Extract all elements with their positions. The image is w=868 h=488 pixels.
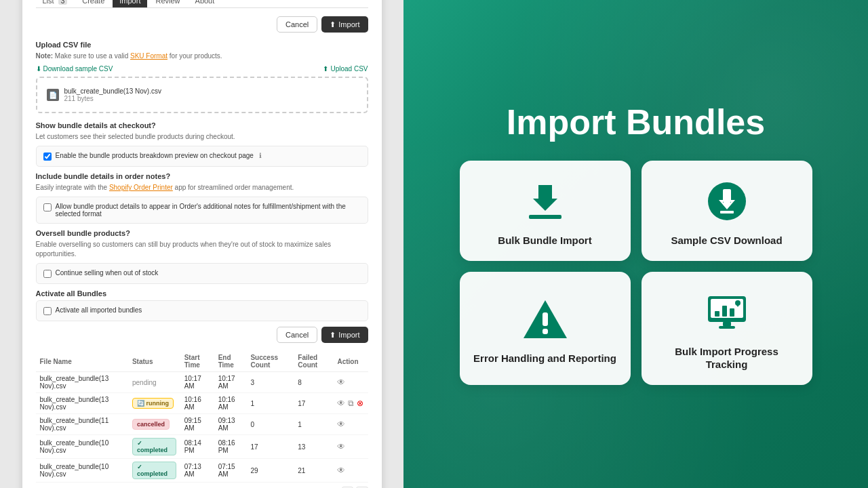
checkout-desc: Let customers see their selected bundle …: [36, 132, 368, 142]
cell-start: 09:15 AM: [180, 414, 214, 435]
order-notes-section: Include bundle details in order notes? E…: [36, 172, 368, 224]
feature-card-sample-csv-download[interactable]: Sample CSV Download: [642, 161, 812, 261]
feature-card-progress-tracking[interactable]: Bulk Import Progress Tracking: [642, 272, 812, 385]
svg-rect-11: [723, 322, 731, 326]
order-notes-checkbox[interactable]: [43, 203, 52, 211]
table-row: bulk_create_bundle(10 Nov).csv ✓ complet…: [36, 459, 368, 483]
col-failed: Failed Count: [294, 351, 333, 372]
oversell-checkbox[interactable]: [43, 270, 52, 278]
tab-about[interactable]: About: [189, 0, 222, 7]
cell-success: 29: [246, 459, 294, 483]
checkout-section: Show bundle details at checkout? Let cus…: [36, 121, 368, 167]
left-panel: Bundle > Import List 3 Create Import Rev…: [0, 0, 403, 488]
copy-icon[interactable]: ⧉: [348, 399, 354, 408]
activate-checkbox[interactable]: [43, 307, 52, 315]
sample-csv-download-label: Sample CSV Download: [671, 234, 782, 247]
cell-end: 08:16 PM: [214, 435, 247, 459]
import-icon-footer: ⬆: [330, 331, 336, 340]
col-start: Start Time: [180, 351, 214, 372]
cell-end: 10:16 AM: [214, 393, 247, 414]
cancel-button[interactable]: Cancel: [277, 16, 317, 33]
cell-status: pending: [128, 372, 180, 393]
import-table: File Name Status Start Time End Time Suc…: [36, 351, 368, 483]
cell-end: 10:17 AM: [214, 372, 247, 393]
tab-bar: List 3 Create Import Review About: [36, 0, 368, 8]
cell-success: 0: [246, 414, 294, 435]
cell-failed: 17: [294, 393, 333, 414]
right-panel: Import Bundles Bulk Bundle Import: [403, 0, 868, 488]
view-icon[interactable]: 👁: [337, 420, 345, 429]
svg-rect-7: [542, 312, 548, 326]
cell-failed: 8: [294, 372, 333, 393]
view-icon[interactable]: 👁: [337, 399, 345, 408]
file-size: 211 bytes: [64, 95, 161, 102]
activate-title: Activate all Bundles: [36, 289, 368, 298]
activate-option[interactable]: Activate all imported bundles: [43, 306, 361, 315]
cell-action: 👁: [333, 414, 368, 435]
upload-csv-link[interactable]: ⬆ Upload CSV: [323, 65, 368, 73]
file-download-icon: [703, 177, 751, 226]
oversell-option[interactable]: Continue selling when out of stock: [43, 269, 361, 278]
feature-card-error-handling[interactable]: Error Handling and Reporting: [460, 272, 631, 385]
svg-marker-1: [533, 185, 557, 211]
status-badge: 🔄 running: [132, 398, 174, 409]
view-icon[interactable]: 👁: [337, 466, 345, 475]
oversell-title: Oversell bundle products?: [36, 229, 368, 237]
tab-list[interactable]: List 3: [36, 0, 75, 7]
sku-format-link[interactable]: SKU Format: [130, 52, 167, 60]
feature-card-bulk-bundle-import[interactable]: Bulk Bundle Import: [460, 161, 631, 261]
hero-title: Import Bundles: [507, 103, 765, 142]
col-action: Action: [333, 351, 368, 372]
table-row: bulk_create_bundle(11 Nov).csv cancelled…: [36, 414, 368, 435]
app-window: Bundle > Import List 3 Create Import Rev…: [22, 0, 382, 488]
cell-action: 👁: [333, 459, 368, 483]
download-csv-link[interactable]: ⬇ Download sample CSV: [36, 65, 113, 73]
tab-create[interactable]: Create: [75, 0, 111, 7]
cell-action: 👁: [333, 372, 368, 393]
cell-end: 09:13 AM: [214, 414, 247, 435]
activate-section: Activate all Bundles Activate all import…: [36, 289, 368, 321]
cell-status: 🔄 running: [128, 393, 180, 414]
download-tray-icon: [521, 177, 570, 226]
cancel-button-footer[interactable]: Cancel: [277, 327, 317, 343]
view-icon[interactable]: 👁: [337, 442, 345, 451]
svg-rect-8: [542, 329, 548, 334]
cell-success: 1: [246, 393, 294, 414]
svg-rect-15: [730, 308, 734, 317]
cell-success: 17: [246, 435, 294, 459]
order-notes-desc: Easily integrate with the Shopify Order …: [36, 183, 368, 192]
cell-filename: bulk_create_bundle(13 Nov).csv: [36, 393, 128, 414]
tab-import[interactable]: Import: [113, 0, 147, 7]
checkout-title: Show bundle details at checkout?: [36, 121, 368, 129]
stop-icon[interactable]: ⊗: [357, 399, 363, 408]
upload-drop-zone[interactable]: 📄 bulk_create_bundle(13 Nov).csv 211 byt…: [36, 77, 368, 113]
import-button-footer[interactable]: ⬆ Import: [321, 327, 368, 343]
tab-review[interactable]: Review: [149, 0, 186, 7]
svg-rect-0: [529, 215, 561, 219]
cell-start: 08:14 PM: [180, 435, 214, 459]
footer-actions: Cancel ⬆ Import: [36, 327, 368, 343]
cell-start: 10:16 AM: [180, 393, 214, 414]
view-icon[interactable]: 👁: [337, 378, 345, 387]
col-filename: File Name: [36, 351, 128, 372]
svg-rect-14: [722, 306, 727, 317]
cell-action: 👁: [333, 435, 368, 459]
cell-start: 07:13 AM: [180, 459, 214, 483]
table-row: bulk_create_bundle(13 Nov).csv 🔄 running…: [36, 393, 368, 414]
col-success: Success Count: [246, 351, 294, 372]
oversell-desc: Enable overselling so customers can stil…: [36, 240, 368, 259]
bulk-bundle-import-label: Bulk Bundle Import: [498, 234, 591, 247]
checkout-option[interactable]: Enable the bundle products breakdown pre…: [43, 152, 361, 161]
order-printer-link[interactable]: Shopify Order Printer: [109, 184, 173, 191]
order-notes-option[interactable]: Allow bundle product details to appear i…: [43, 203, 361, 218]
cell-failed: 21: [294, 459, 333, 483]
csv-actions: ⬇ Download sample CSV ⬆ Upload CSV: [36, 65, 368, 73]
warning-triangle-icon: [521, 295, 570, 344]
import-button[interactable]: ⬆ Import: [321, 16, 368, 33]
table-row: bulk_create_bundle(10 Nov).csv ✓ complet…: [36, 435, 368, 459]
checkout-checkbox[interactable]: [43, 152, 52, 161]
col-end: End Time: [214, 351, 247, 372]
order-notes-title: Include bundle details in order notes?: [36, 172, 368, 180]
cell-status: cancelled: [128, 414, 180, 435]
file-icon: 📄: [47, 89, 59, 101]
